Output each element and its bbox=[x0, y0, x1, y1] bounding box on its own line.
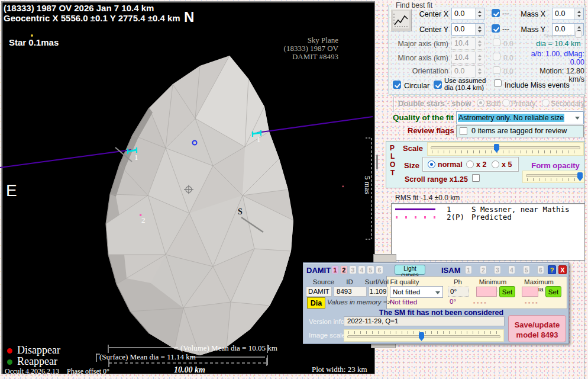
isam-5-button[interactable]: 5 bbox=[523, 265, 530, 274]
plot-width-label: Plot width: 23 km bbox=[312, 365, 367, 374]
min-dia-set-button[interactable]: Set bbox=[499, 286, 515, 297]
star-scale-label: Star 0.1mas bbox=[9, 37, 59, 47]
minor-axis-label: Minor axis (km) bbox=[395, 54, 448, 62]
orientation-checkbox[interactable] bbox=[493, 66, 500, 74]
image-scale-slider[interactable] bbox=[344, 329, 504, 342]
scale-slider[interactable] bbox=[427, 142, 584, 156]
chord2-label: 2 bbox=[141, 216, 146, 224]
size-radio-group: normal x 2 x 5 bbox=[422, 157, 519, 172]
major-axis-spinner[interactable]: 10.4 bbox=[451, 37, 484, 50]
review-flags-checkbox[interactable] bbox=[460, 127, 467, 135]
light-curves-button[interactable]: Light curves bbox=[395, 265, 425, 275]
sky-plane-caption: Sky Plane (18333) 1987 OV DAMIT #8493 bbox=[213, 36, 338, 61]
isam-6-button[interactable]: 6 bbox=[537, 265, 544, 274]
center-x-label: Center X bbox=[401, 10, 448, 18]
size-x5-radio[interactable] bbox=[492, 160, 499, 168]
reappear-dot-icon bbox=[7, 359, 12, 365]
damit-model-5-button[interactable]: 5 bbox=[367, 265, 374, 274]
damit-model-4-button[interactable]: 4 bbox=[358, 265, 366, 274]
center-y-spinner[interactable]: 0.0 bbox=[451, 23, 484, 36]
scroll-range-checkbox[interactable] bbox=[472, 174, 480, 182]
isam-3-button[interactable]: 3 bbox=[494, 265, 501, 274]
mas-scale-label: 5 mas bbox=[363, 176, 372, 194]
vertical-scrollbar-thumb[interactable] bbox=[376, 155, 378, 169]
damit-model-2-button[interactable]: 2 bbox=[340, 265, 348, 274]
max-dia-set-button[interactable]: Set bbox=[545, 286, 561, 297]
version-info-field[interactable]: 2022-11-29, Q=1 bbox=[344, 316, 505, 326]
save-update-line1: Save/update bbox=[509, 320, 566, 330]
chord-list-box[interactable]: 1 S Messner, near Mathis 2(P) Predicted bbox=[391, 203, 585, 261]
save-update-button[interactable]: Save/update model 8493 bbox=[508, 315, 566, 342]
mass-x-spinner[interactable]: 0.0 bbox=[552, 8, 584, 20]
double-stars-label: Double stars - show bbox=[398, 99, 471, 108]
circular-checkbox[interactable] bbox=[393, 81, 401, 89]
scroll-range-label: Scroll range x1.25 bbox=[405, 175, 468, 184]
mass-x-label: Mass X bbox=[516, 10, 545, 18]
orientation-spinner[interactable]: 0.0 bbox=[451, 65, 484, 78]
image-scale-label: Image scale bbox=[309, 332, 345, 339]
isam-1-button[interactable]: 1 bbox=[465, 265, 472, 274]
center-x-checkbox[interactable] bbox=[492, 9, 500, 17]
quality-of-fit-label: Quality of the fit bbox=[393, 113, 454, 122]
ab-dmag-readout: a/b: 1.00, dMag: 0.00 bbox=[521, 50, 584, 66]
isam-title: ISAM bbox=[441, 266, 461, 275]
shape-model-label: Shape model bbox=[539, 33, 571, 38]
use-assumed-dia-checkbox[interactable] bbox=[434, 81, 442, 89]
damit-model-3-button[interactable]: 3 bbox=[349, 265, 357, 274]
phase-offset-label: Phase offset 0° bbox=[67, 367, 109, 376]
minor-axis-spin-arrows bbox=[475, 52, 484, 63]
double-stars-primary-radio[interactable] bbox=[502, 99, 510, 107]
major-axis-spin-arrows bbox=[475, 38, 484, 49]
dia-button[interactable]: Dia bbox=[307, 297, 325, 309]
size-label: Size bbox=[404, 161, 419, 170]
ph-corrn-field[interactable]: 0° bbox=[448, 287, 469, 297]
damit-model-1-button[interactable]: 1 bbox=[331, 265, 339, 274]
include-miss-checkbox[interactable] bbox=[494, 79, 502, 87]
help-button[interactable]: ? bbox=[548, 265, 556, 274]
major-axis-value: 10.4 bbox=[454, 39, 469, 47]
image-scale-slider-thumb[interactable] bbox=[419, 332, 424, 341]
find-best-fit-legend: Find best fit bbox=[394, 1, 434, 9]
chord2-list-name: Predicted bbox=[471, 213, 512, 221]
center-x-spinner[interactable]: 0.0 bbox=[451, 8, 484, 20]
double-stars-secondary-radio[interactable] bbox=[542, 99, 550, 107]
east-label: E bbox=[6, 181, 17, 200]
size-normal-radio[interactable] bbox=[428, 160, 435, 168]
center-y-spin-arrows[interactable] bbox=[475, 24, 484, 35]
center-x-spin-arrows[interactable] bbox=[475, 8, 484, 20]
size-x5-label: x 5 bbox=[502, 160, 512, 169]
minor-axis-spinner[interactable]: 10.4 bbox=[451, 52, 484, 64]
fit-quality-value: Not fitted bbox=[393, 288, 420, 296]
damit-model-6-button[interactable]: 6 bbox=[376, 265, 383, 274]
double-stars-both-radio[interactable] bbox=[477, 99, 484, 107]
minor-axis-aux: 0.0 bbox=[503, 54, 513, 62]
min-dia-field[interactable] bbox=[476, 287, 497, 297]
major-axis-checkbox[interactable] bbox=[493, 38, 500, 46]
id-field[interactable]: 8493 bbox=[334, 287, 367, 297]
major-axis-label: Major axis (km) bbox=[395, 40, 448, 48]
center-y-checkbox[interactable] bbox=[492, 24, 500, 33]
orientation-label: Orientation bbox=[395, 67, 448, 75]
size-x2-radio[interactable] bbox=[466, 160, 474, 168]
use-assumed-dia-label: Use assumed dia (10.4 km) bbox=[444, 77, 486, 91]
close-button[interactable]: X bbox=[558, 265, 567, 274]
isam-4-button[interactable]: 4 bbox=[508, 265, 515, 274]
double-stars-secondary-label: Secondary bbox=[551, 99, 584, 108]
mass-x-spin-arrows[interactable] bbox=[574, 8, 583, 20]
quality-of-fit-dropdown[interactable]: Astrometry only. No reliable size bbox=[456, 111, 584, 124]
memory-fit-value: Not fitted bbox=[390, 298, 417, 306]
mass-y-value: 0.0 bbox=[555, 25, 565, 33]
fit-quality-dropdown[interactable]: Not fitted bbox=[390, 286, 443, 298]
minor-axis-checkbox[interactable] bbox=[493, 53, 500, 60]
occult-window: 1 1 2 S 5 mas bbox=[0, 0, 588, 379]
chord2-legend-dots bbox=[396, 216, 437, 219]
max-dia-field[interactable] bbox=[522, 287, 538, 297]
shape-model-checkbox[interactable] bbox=[575, 31, 582, 38]
isam-2-button[interactable]: 2 bbox=[480, 265, 487, 274]
scale-label: Scale bbox=[403, 144, 423, 153]
surfvol-field: 1.109 bbox=[369, 287, 387, 297]
dia-readout: dia = 10.4 km bbox=[532, 40, 584, 48]
col-fit-quality: Fit quality bbox=[387, 278, 422, 285]
plot-title-line2: Geocentric X 5556.0 ±0.1 Y 2775.4 ±0.4 k… bbox=[4, 13, 180, 23]
form-opacity-slider[interactable] bbox=[522, 171, 584, 183]
